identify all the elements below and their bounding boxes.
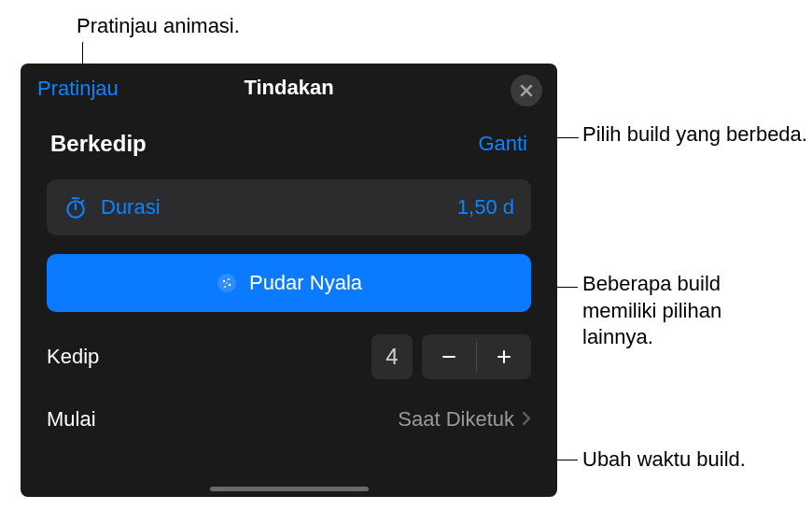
effect-button[interactable]: Pudar Nyala [47, 254, 531, 312]
build-row: Berkedip Ganti [21, 112, 557, 170]
action-panel: Pratinjau Tindakan Berkedip Ganti Durasi… [21, 64, 557, 497]
stepper-label: Kedip [47, 345, 99, 369]
close-button[interactable] [511, 75, 542, 106]
svg-point-4 [229, 284, 231, 287]
sparkle-icon [216, 272, 238, 294]
start-value-group: Saat Diketuk [398, 407, 531, 432]
home-indicator [210, 487, 369, 491]
callout-preview: Pratinjau animasi. [77, 13, 240, 40]
start-value: Saat Diketuk [398, 407, 514, 432]
start-label: Mulai [47, 407, 96, 432]
svg-point-6 [226, 282, 228, 284]
duration-value: 1,50 d [457, 195, 514, 220]
stepper-plus-button[interactable] [477, 334, 531, 379]
panel-header: Pratinjau Tindakan [21, 64, 557, 112]
timer-icon [63, 195, 88, 220]
preview-link[interactable]: Pratinjau [37, 77, 119, 101]
panel-title: Tindakan [244, 76, 333, 100]
callout-change: Pilih build yang berbeda. [582, 121, 807, 149]
plus-icon [496, 348, 512, 365]
stepper-minus-button[interactable] [422, 334, 476, 379]
start-row[interactable]: Mulai Saat Diketuk [47, 407, 531, 432]
duration-row[interactable]: Durasi 1,50 d [47, 179, 531, 235]
effect-label: Pudar Nyala [249, 271, 362, 295]
stepper-buttons [422, 334, 531, 379]
chevron-right-icon [522, 407, 531, 432]
svg-point-3 [228, 278, 230, 280]
callout-effect: Beberapa build memiliki pilihan lainnya. [582, 271, 788, 351]
stepper-row: Kedip 4 [47, 334, 531, 379]
stepper-value: 4 [371, 334, 413, 379]
close-icon [520, 84, 533, 97]
minus-icon [441, 348, 457, 365]
stepper-group: 4 [371, 334, 531, 379]
duration-label: Durasi [101, 195, 457, 220]
callout-start: Ubah waktu build. [582, 446, 746, 474]
change-button[interactable]: Ganti [478, 132, 527, 156]
svg-point-5 [224, 286, 226, 288]
build-name: Berkedip [50, 131, 147, 157]
svg-point-2 [223, 280, 225, 282]
